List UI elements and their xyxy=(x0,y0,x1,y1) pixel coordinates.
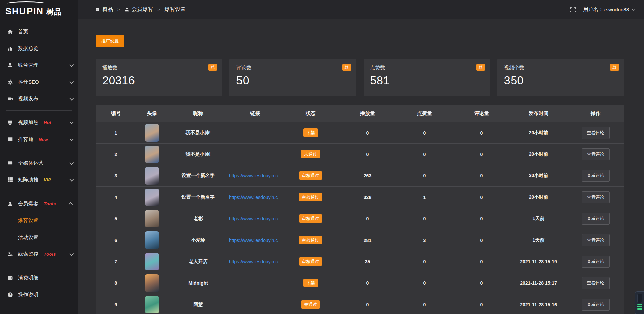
video-icon xyxy=(7,96,13,102)
view-comments-button[interactable]: 查看评论 xyxy=(582,299,610,311)
sidebar-item-13[interactable]: 线索监控Tools xyxy=(0,246,78,262)
breadcrumb-item-2[interactable]: 爆客设置 xyxy=(164,6,186,13)
view-comments-button[interactable]: 查看评论 xyxy=(582,148,610,160)
user-menu[interactable]: 用户名：zswodun88 xyxy=(583,6,634,13)
nickname-cell: 小爱玲 xyxy=(168,229,228,251)
sidebar-item-label: 全媒体运营 xyxy=(18,160,43,166)
sidebar-item-label: 操作说明 xyxy=(18,292,38,298)
sidebar-item-label: 线索监控 xyxy=(18,251,38,257)
plays-cell: 281 xyxy=(339,229,396,251)
view-comments-button[interactable]: 查看评论 xyxy=(582,234,610,246)
sidebar-item-12[interactable]: 会员爆客Tools xyxy=(0,195,78,212)
sidebar-divider xyxy=(6,266,72,266)
avatar-cell xyxy=(136,144,168,165)
sidebar-divider xyxy=(6,110,72,111)
plays-cell: 0 xyxy=(339,122,396,144)
stat-card-0: 播放数20316总 xyxy=(96,59,222,96)
breadcrumb-item-0[interactable]: 树品 xyxy=(95,6,113,13)
avatar xyxy=(145,189,159,206)
floating-monitor-widget[interactable] xyxy=(635,291,644,314)
sidebar-item-1[interactable]: 数据总览 xyxy=(0,40,78,57)
sidebar-subitem[interactable]: 活动设置 xyxy=(0,229,78,246)
status-cell: 下架 xyxy=(282,122,339,144)
breadcrumb-item-1[interactable]: 会员爆客 xyxy=(124,6,153,13)
likes-cell: 1 xyxy=(396,187,453,208)
sidebar-item-0[interactable]: 首页 xyxy=(0,23,78,40)
link-cell: https://www.iesdouyin.c xyxy=(228,165,282,187)
widget-slot xyxy=(637,294,642,303)
avatar xyxy=(145,253,159,270)
profile-link[interactable]: https://www.iesdouyin.c xyxy=(229,216,278,221)
sidebar-item-15[interactable]: 消费明细 xyxy=(0,269,78,286)
plays-cell: 328 xyxy=(339,187,396,208)
view-comments-button[interactable]: 查看评论 xyxy=(582,127,610,139)
sidebar-item-label: 数据总览 xyxy=(18,45,38,52)
column-header: 发布时间 xyxy=(510,105,567,122)
sidebar-item-9[interactable]: 全媒体运营 xyxy=(0,155,78,171)
chevron-down-icon xyxy=(70,79,74,84)
table-row: 2我不是小帅!未通过00020小时前查看评论 xyxy=(96,144,624,165)
link-cell xyxy=(228,272,282,294)
profile-link[interactable]: https://www.iesdouyin.c xyxy=(229,259,278,264)
sidebar-item-3[interactable]: 抖音SEO xyxy=(0,73,78,90)
sidebar-item-2[interactable]: 账号管理 xyxy=(0,57,78,73)
stats-row: 播放数20316总评论数50总点赞数581总视频个数350总 xyxy=(96,59,624,96)
sidebar-item-7[interactable]: 抖客通New xyxy=(0,131,78,148)
status-badge: 审核通过 xyxy=(299,193,322,201)
sliders-icon xyxy=(7,251,13,257)
sidebar-item-tag: VIP xyxy=(44,177,51,182)
view-comments-button[interactable]: 查看评论 xyxy=(582,170,610,182)
avatar-cell xyxy=(136,229,168,251)
column-header: 操作 xyxy=(567,105,624,122)
time-cell: 20小时前 xyxy=(510,187,567,208)
view-comments-button[interactable]: 查看评论 xyxy=(582,256,610,268)
stat-label: 播放数 xyxy=(102,65,215,71)
fullscreen-icon[interactable] xyxy=(570,7,576,13)
app-logo[interactable]: SHUPIN 树品 xyxy=(0,0,78,21)
avatar xyxy=(145,296,159,313)
status-cell: 审核通过 xyxy=(282,165,339,187)
svg-text:?: ? xyxy=(9,293,11,297)
chevron-down-icon xyxy=(632,7,635,11)
promo-settings-button[interactable]: 推广设置 xyxy=(96,35,124,47)
table-row: 8Midnight下架0002021-11-28 15:17查看评论 xyxy=(96,272,624,294)
time-cell: 20小时前 xyxy=(510,144,567,165)
action-cell: 查看评论 xyxy=(567,187,624,208)
sidebar-subitem[interactable]: 爆客设置 xyxy=(0,212,78,229)
link-cell: https://www.iesdouyin.c xyxy=(228,187,282,208)
status-cell: 审核通过 xyxy=(282,251,339,272)
gear-icon xyxy=(7,79,13,85)
sidebar-item-4[interactable]: 视频发布 xyxy=(0,90,78,107)
user-icon xyxy=(124,7,129,12)
breadcrumb-separator: > xyxy=(158,7,160,12)
profile-link[interactable]: https://www.iesdouyin.c xyxy=(229,173,278,178)
stat-label: 视频个数 xyxy=(504,65,617,71)
action-cell: 查看评论 xyxy=(567,251,624,272)
nickname-cell: 设置一个新名字 xyxy=(168,165,228,187)
chat-icon xyxy=(7,137,13,142)
wallet-icon xyxy=(7,275,13,281)
sidebar-item-label: 消费明细 xyxy=(18,275,38,281)
profile-link[interactable]: https://www.iesdouyin.c xyxy=(229,238,278,243)
comments-cell: 0 xyxy=(453,144,510,165)
status-cell: 审核通过 xyxy=(282,229,339,251)
sidebar-item-10[interactable]: 矩阵助推VIP xyxy=(0,171,78,188)
table-header-row: 编号头像昵称链接状态播放量点赞量评论量发布时间操作 xyxy=(96,105,624,122)
profile-link[interactable]: https://www.iesdouyin.c xyxy=(229,195,278,200)
view-comments-button[interactable]: 查看评论 xyxy=(582,213,610,225)
column-header: 头像 xyxy=(136,105,168,122)
sidebar-item-6[interactable]: 视频加热Hot xyxy=(0,114,78,131)
comments-cell: 0 xyxy=(453,251,510,272)
table-row: 7老人开店https://www.iesdouyin.c审核通过35002021… xyxy=(96,251,624,272)
stat-value: 50 xyxy=(236,74,349,87)
view-comments-button[interactable]: 查看评论 xyxy=(582,191,610,203)
nickname-cell: 阿慧 xyxy=(168,294,228,314)
status-badge: 下架 xyxy=(303,279,318,287)
grid-icon xyxy=(7,177,13,183)
row-id-cell: 4 xyxy=(96,187,136,208)
view-comments-button[interactable]: 查看评论 xyxy=(582,277,610,289)
row-id-cell: 3 xyxy=(96,165,136,187)
sidebar-item-16[interactable]: ?操作说明 xyxy=(0,286,78,303)
sidebar-item-label: 账号管理 xyxy=(18,62,38,68)
sidebar-divider xyxy=(6,151,72,151)
